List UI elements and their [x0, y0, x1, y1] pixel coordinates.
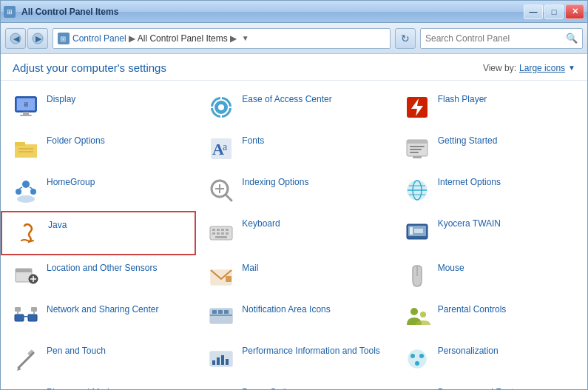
item-icon-parental-controls	[402, 303, 432, 332]
svg-point-81	[410, 308, 418, 315]
svg-rect-73	[31, 307, 37, 312]
close-button[interactable]: ✕	[565, 4, 584, 19]
search-input[interactable]	[425, 33, 566, 44]
search-icon[interactable]: 🔍	[566, 33, 578, 44]
item-label-indexing-options: Indexing Options	[242, 175, 308, 189]
item-label-fonts: Fonts	[242, 134, 264, 147]
item-internet-options[interactable]: Internet Options	[392, 169, 587, 211]
svg-rect-78	[212, 310, 217, 314]
item-personalization[interactable]: Personalization	[392, 338, 587, 380]
item-keyboard[interactable]: Keyboard	[196, 211, 391, 255]
svg-rect-33	[413, 156, 422, 158]
item-pen-touch[interactable]: Pen and Touch	[1, 338, 196, 380]
item-label-keyboard: Keyboard	[242, 217, 280, 230]
item-homegroup[interactable]: HomeGroup	[1, 169, 196, 211]
svg-rect-30	[410, 146, 425, 147]
svg-rect-51	[226, 229, 229, 231]
svg-rect-9	[23, 112, 29, 115]
item-mouse[interactable]: Mouse	[392, 255, 587, 297]
item-label-power-options: Power Options	[242, 386, 300, 389]
window-icon: ⊞	[4, 6, 16, 18]
item-label-getting-started: Getting Started	[438, 134, 498, 147]
svg-rect-89	[221, 355, 224, 365]
item-notification-icons[interactable]: Notification Area Icons	[196, 297, 391, 338]
item-parental-controls[interactable]: Parental Controls	[392, 297, 587, 338]
svg-rect-85	[27, 349, 35, 357]
view-by-arrow[interactable]: ▼	[568, 64, 575, 72]
item-label-display: Display	[47, 93, 75, 106]
svg-point-82	[420, 312, 426, 317]
item-location-sensors[interactable]: Location and Other Sensors	[1, 255, 196, 297]
item-ease-of-access[interactable]: Ease of Access Center	[196, 87, 391, 128]
nav-buttons: ◀ ▶	[5, 28, 48, 49]
svg-rect-32	[410, 152, 419, 153]
svg-rect-67	[226, 276, 232, 282]
item-icon-performance	[206, 344, 236, 374]
panel-title: Adjust your computer's settings	[13, 61, 166, 74]
svg-point-94	[415, 361, 419, 366]
item-label-folder-options: Folder Options	[47, 134, 105, 147]
window-controls: — □ ✕	[524, 4, 584, 19]
svg-text:▶: ▶	[36, 34, 42, 43]
item-indexing-options[interactable]: Indexing Options	[196, 169, 391, 211]
refresh-button[interactable]: ↻	[395, 28, 416, 49]
breadcrumb-bar[interactable]: ⊞ Control Panel ▶ All Control Panel Item…	[53, 28, 391, 49]
item-getting-started[interactable]: Getting Started	[392, 128, 587, 169]
svg-point-92	[410, 354, 415, 358]
svg-rect-22	[15, 142, 25, 146]
item-programs-features[interactable]: Programs and Features	[392, 380, 587, 389]
svg-rect-59	[410, 227, 413, 235]
item-label-internet-options: Internet Options	[438, 175, 501, 189]
svg-point-37	[17, 195, 35, 203]
svg-rect-54	[221, 232, 224, 235]
item-label-flash-player: Flash Player	[438, 93, 487, 106]
item-label-java: Java	[48, 218, 67, 232]
item-power-options[interactable]: Power Options	[196, 380, 391, 389]
svg-rect-75	[33, 312, 35, 315]
item-icon-folder-options	[11, 134, 41, 164]
svg-text:◀: ◀	[13, 34, 20, 43]
minimize-button[interactable]: —	[524, 4, 543, 19]
item-icon-fonts: Aa	[206, 134, 236, 164]
item-performance[interactable]: Performance Information and Tools	[196, 338, 391, 380]
item-fonts[interactable]: Aa Fonts	[196, 128, 391, 169]
forward-button[interactable]: ▶	[27, 28, 48, 49]
item-java[interactable]: Java	[1, 211, 196, 255]
item-phone-modem[interactable]: Phone and Modem	[1, 380, 196, 389]
svg-rect-80	[224, 310, 229, 314]
item-network-sharing[interactable]: Network and Sharing Center	[1, 297, 196, 338]
item-label-performance: Performance Information and Tools	[242, 344, 380, 357]
svg-rect-49	[217, 229, 220, 231]
svg-rect-69	[15, 315, 24, 321]
breadcrumb-dropdown[interactable]: ▼	[242, 34, 249, 42]
titlebar: ⊞ All Control Panel Items — □ ✕	[1, 1, 587, 23]
item-icon-kyocera-twain	[402, 217, 432, 246]
back-button[interactable]: ◀	[5, 28, 26, 49]
svg-rect-60	[414, 229, 423, 233]
svg-point-34	[22, 181, 30, 188]
item-flash-player[interactable]: Flash Player	[392, 87, 587, 128]
item-label-notification-icons: Notification Area Icons	[242, 303, 330, 316]
item-kyocera-twain[interactable]: Kyocera TWAIN	[392, 211, 587, 255]
breadcrumb-sep2: ▶	[230, 33, 237, 44]
svg-rect-87	[212, 360, 215, 365]
maximize-button[interactable]: □	[544, 4, 564, 19]
view-by-value[interactable]: Large icons	[519, 63, 565, 73]
item-icon-ease-of-access	[206, 93, 236, 122]
item-label-network-sharing: Network and Sharing Center	[47, 303, 158, 316]
item-folder-options[interactable]: Folder Options	[1, 128, 196, 169]
svg-rect-88	[217, 357, 220, 365]
view-by-control: View by: Large icons ▼	[483, 63, 575, 73]
svg-rect-70	[28, 315, 37, 321]
window-title: All Control Panel Items	[21, 7, 524, 17]
item-icon-display: 🖥	[11, 93, 41, 122]
item-icon-phone-modem	[11, 386, 41, 389]
item-display[interactable]: 🖥 Display	[1, 87, 196, 128]
item-icon-mail	[206, 261, 236, 291]
svg-rect-10	[20, 115, 32, 116]
panel-header: Adjust your computer's settings View by:…	[1, 54, 587, 81]
item-icon-flash-player	[402, 93, 432, 122]
svg-rect-74	[17, 312, 18, 315]
item-icon-getting-started	[402, 134, 432, 164]
item-mail[interactable]: Mail	[196, 255, 391, 297]
